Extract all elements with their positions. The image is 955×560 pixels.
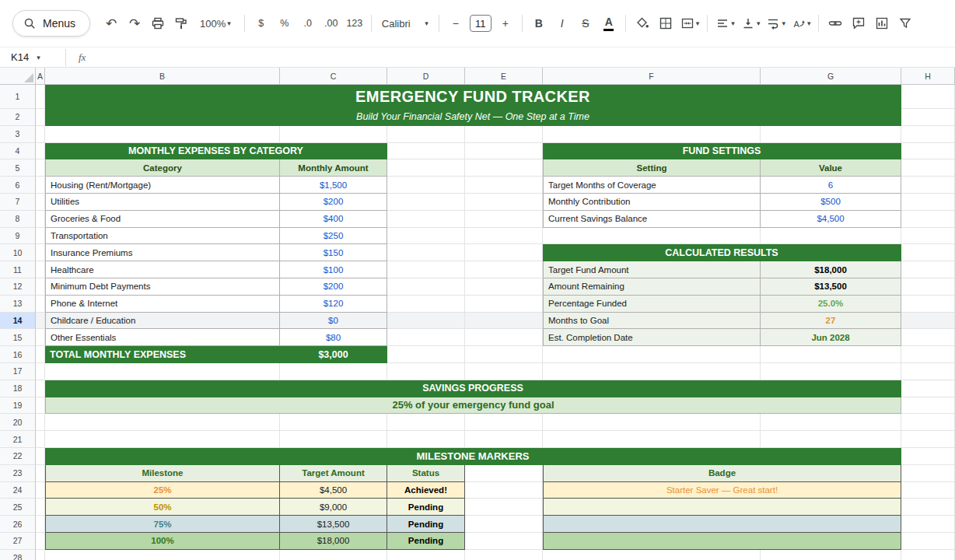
milestone-name[interactable]: 50% <box>45 499 280 516</box>
cell[interactable] <box>36 194 45 211</box>
strikethrough-button[interactable]: S <box>575 12 596 34</box>
row-header[interactable]: 3 <box>0 126 36 143</box>
cell[interactable] <box>36 228 45 245</box>
cell[interactable] <box>465 194 543 211</box>
expense-category[interactable]: Minimum Debt Payments <box>45 278 280 296</box>
row-header[interactable]: 18 <box>0 380 36 397</box>
cell[interactable] <box>465 126 543 143</box>
category-column-header[interactable]: Category <box>45 159 280 177</box>
milestone-column-header[interactable]: Milestone <box>45 465 280 482</box>
cell[interactable] <box>901 194 955 211</box>
column-header-b[interactable]: B <box>45 68 280 85</box>
font-selector[interactable]: Calibri▾ <box>377 12 433 34</box>
cell[interactable] <box>36 533 45 550</box>
cell[interactable] <box>280 550 387 560</box>
milestone-target[interactable]: $18,000 <box>280 533 387 550</box>
result-label[interactable]: Est. Completion Date <box>543 329 761 346</box>
fund-settings-header-cell[interactable]: FUND SETTINGS <box>543 143 901 160</box>
row-header[interactable]: 1 <box>0 85 36 109</box>
cell[interactable] <box>465 228 543 245</box>
expense-category[interactable]: Healthcare <box>45 261 280 278</box>
cell[interactable] <box>387 211 465 228</box>
cell[interactable] <box>387 414 465 431</box>
cell[interactable] <box>465 211 543 228</box>
cell[interactable] <box>387 346 465 363</box>
cell[interactable] <box>761 550 901 560</box>
cell[interactable] <box>901 482 955 499</box>
expense-amount[interactable]: $150 <box>280 244 387 261</box>
cell[interactable] <box>901 516 955 533</box>
cell[interactable] <box>387 126 465 143</box>
cell[interactable] <box>901 244 955 261</box>
expense-category[interactable]: Groceries & Food <box>45 211 280 228</box>
cell[interactable] <box>465 482 543 499</box>
cell[interactable] <box>387 313 465 330</box>
expense-category[interactable]: Utilities <box>45 194 280 211</box>
cell[interactable] <box>901 499 955 516</box>
setting-value[interactable]: $500 <box>761 194 901 211</box>
menus-button[interactable]: Menus <box>12 10 90 37</box>
row-header-selected[interactable]: 14 <box>0 313 36 330</box>
cell[interactable] <box>387 143 465 160</box>
row-header[interactable]: 24 <box>0 482 36 499</box>
cell[interactable] <box>543 550 761 560</box>
result-value[interactable]: $13,500 <box>761 278 901 296</box>
cell[interactable] <box>45 126 280 143</box>
expense-amount[interactable]: $400 <box>280 211 387 228</box>
print-button[interactable] <box>147 12 169 34</box>
setting-label[interactable]: Target Months of Coverage <box>543 177 761 194</box>
cell[interactable] <box>465 431 543 448</box>
cell[interactable] <box>36 431 45 448</box>
cell[interactable] <box>901 550 955 560</box>
cell[interactable] <box>36 329 45 346</box>
expense-amount[interactable]: $100 <box>280 261 387 278</box>
cell[interactable] <box>465 533 543 550</box>
cell[interactable] <box>36 448 45 465</box>
cell[interactable] <box>901 126 955 143</box>
row-header[interactable]: 12 <box>0 278 36 296</box>
column-header-e[interactable]: E <box>465 68 543 85</box>
cell[interactable] <box>901 533 955 550</box>
setting-value[interactable]: $4,500 <box>761 211 901 228</box>
milestone-target[interactable]: $13,500 <box>280 516 387 533</box>
expense-category[interactable]: Other Essentials <box>45 329 280 346</box>
milestone-status[interactable]: Achieved! <box>387 482 465 499</box>
column-header-f[interactable]: F <box>543 68 761 85</box>
cell[interactable] <box>36 380 45 397</box>
target-column-header[interactable]: Target Amount <box>280 465 387 482</box>
cell[interactable] <box>36 278 45 296</box>
row-header[interactable]: 2 <box>0 109 36 126</box>
expenses-header-cell[interactable]: MONTHLY EXPENSES BY CATEGORY <box>45 143 387 160</box>
milestone-target[interactable]: $9,000 <box>280 499 387 516</box>
savings-header-cell[interactable]: SAVINGS PROGRESS <box>45 380 901 397</box>
redo-button[interactable]: ↷ <box>124 12 145 34</box>
cell[interactable] <box>387 261 465 278</box>
milestone-badge[interactable] <box>543 516 901 533</box>
result-value[interactable]: $18,000 <box>761 261 901 278</box>
cell[interactable] <box>901 346 955 363</box>
cell[interactable] <box>465 499 543 516</box>
row-header[interactable]: 15 <box>0 329 36 346</box>
expense-category[interactable]: Insurance Premiums <box>45 244 280 261</box>
cell[interactable] <box>465 550 543 560</box>
formula-input[interactable] <box>86 47 955 67</box>
paint-format-button[interactable] <box>170 12 192 34</box>
calculated-results-header-cell[interactable]: CALCULATED RESULTS <box>543 244 901 261</box>
expense-amount[interactable]: $120 <box>280 296 387 313</box>
cell[interactable] <box>761 228 901 245</box>
cell[interactable] <box>36 211 45 228</box>
milestone-name[interactable]: 75% <box>45 516 280 533</box>
milestone-status[interactable]: Pending <box>387 499 465 516</box>
expense-amount[interactable]: $200 <box>280 278 387 296</box>
text-rotation-button[interactable]: A▾ <box>789 12 813 34</box>
milestone-status[interactable]: Pending <box>387 533 465 550</box>
cell[interactable] <box>465 296 543 313</box>
cell[interactable] <box>36 296 45 313</box>
row-header[interactable]: 5 <box>0 159 36 177</box>
row-header[interactable]: 25 <box>0 499 36 516</box>
total-label-cell[interactable]: TOTAL MONTHLY EXPENSES <box>45 346 280 363</box>
row-header[interactable]: 8 <box>0 211 36 228</box>
bold-button[interactable]: B <box>528 12 550 34</box>
milestone-status[interactable]: Pending <box>387 516 465 533</box>
cell[interactable] <box>465 465 543 482</box>
